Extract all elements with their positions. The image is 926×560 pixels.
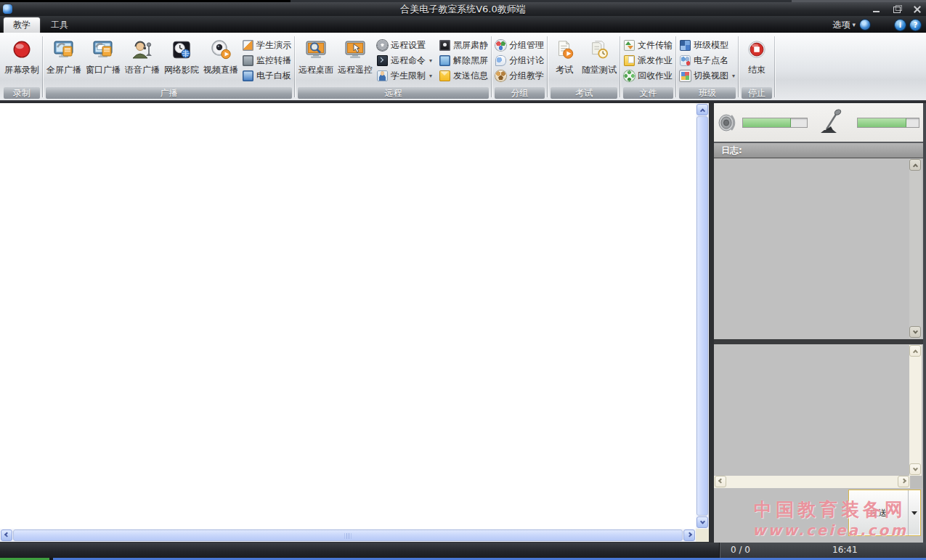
close-button[interactable] (913, 5, 922, 13)
file-transfer-button[interactable]: 文件传输 (622, 38, 675, 53)
send-message-icon (439, 70, 450, 81)
scroll-left-button[interactable] (715, 476, 726, 487)
group-teach-icon (495, 70, 506, 81)
scroll-down-button[interactable] (696, 516, 708, 528)
scroll-down-button[interactable] (909, 463, 921, 475)
collect-homework-icon (624, 70, 635, 81)
remote-desktop-button[interactable]: 远程桌面 (296, 34, 336, 76)
video-live-button[interactable]: 视频直播 (201, 34, 240, 76)
log-list[interactable] (714, 158, 923, 339)
speaker-volume-bar[interactable] (742, 118, 808, 128)
group-manage-button[interactable]: 分组管理 (493, 38, 546, 53)
send-message-button[interactable]: 发送信息 (437, 68, 490, 84)
application-window: 合美电子教室系统V6.0教师端 教学 工具 选项 ▾ i ? (0, 0, 926, 560)
scrollbar-thumb[interactable] (696, 116, 708, 516)
button-label: 电子白板 (256, 70, 291, 82)
scrollbar-thumb[interactable] (13, 529, 683, 541)
ribbon-group-label: 考试 (551, 87, 617, 99)
options-button[interactable]: 选项 ▾ (832, 19, 856, 31)
unblackscreen-button[interactable]: 解除黑屏 (437, 53, 490, 68)
screen-record-button[interactable]: 屏幕录制 (2, 34, 41, 76)
button-label: 解除黑屏 (453, 54, 488, 67)
microphone-icon (819, 107, 844, 137)
scroll-right-button[interactable] (683, 529, 695, 541)
log-header: 日志: (714, 143, 923, 158)
send-dropdown-button[interactable] (908, 490, 920, 535)
fullscreen-broadcast-icon (52, 36, 76, 64)
minimize-button[interactable] (872, 5, 881, 13)
end-button[interactable]: 结束 (740, 34, 773, 76)
student-limit-button[interactable]: 学生限制 ▾ (375, 68, 434, 84)
scrollbar-corner (696, 529, 709, 542)
main-horizontal-scrollbar[interactable] (0, 529, 696, 542)
main-vertical-scrollbar[interactable] (696, 103, 709, 529)
main-region: 日志: 发送 (0, 103, 926, 543)
assign-homework-icon (624, 55, 635, 66)
skin-gear-icon[interactable] (860, 20, 870, 30)
mic-volume-bar[interactable] (857, 118, 919, 128)
monitor-relay-button[interactable]: 监控转播 (240, 53, 293, 68)
tab-teaching[interactable]: 教学 (4, 17, 40, 33)
button-label: 网络影院 (164, 64, 199, 76)
remote-command-button[interactable]: 远程命令 ▾ (375, 53, 434, 68)
button-label: 视频直播 (203, 64, 238, 76)
tab-tools[interactable]: 工具 (41, 17, 78, 33)
exam-button[interactable]: 考试 (549, 34, 580, 76)
ribbon-group-broadcast: 全屏广播 窗口广播 语音广播 (43, 33, 295, 100)
group-manage-icon (495, 40, 506, 51)
group-teach-button[interactable]: 分组教学 (493, 68, 546, 84)
ribbon: 屏幕录制 录制 全屏广播 窗口广播 (0, 33, 926, 102)
student-counter: 0 / 0 (731, 545, 750, 555)
message-input-area[interactable]: 发送 (714, 488, 923, 543)
exam-icon (553, 36, 575, 64)
scroll-right-button[interactable] (898, 476, 909, 487)
button-label: 电子点名 (694, 54, 728, 67)
options-label: 选项 (832, 19, 850, 31)
voice-broadcast-button[interactable]: 语音广播 (123, 34, 162, 76)
window-right-border (923, 103, 926, 543)
scroll-up-button[interactable] (696, 104, 708, 115)
message-list[interactable] (714, 344, 923, 476)
blackscreen-icon (439, 40, 450, 51)
button-label: 学生限制 (391, 70, 426, 82)
button-label: 分组讨论 (509, 54, 544, 67)
group-discuss-button[interactable]: 分组讨论 (493, 53, 546, 68)
quiz-button[interactable]: 随堂测试 (580, 34, 619, 76)
class-model-button[interactable]: 班级模型 (678, 38, 737, 53)
log-vertical-scrollbar[interactable] (909, 159, 922, 338)
student-demo-button[interactable]: 学生演示 (240, 38, 293, 53)
net-cinema-button[interactable]: 网络影院 (162, 34, 201, 76)
remote-control-button[interactable]: 远程遥控 (336, 34, 375, 76)
remote-settings-button[interactable]: 远程设置 (375, 38, 434, 53)
scroll-left-button[interactable] (1, 529, 12, 541)
button-label: 远程遥控 (338, 64, 373, 76)
collect-homework-button[interactable]: 回收作业 (622, 68, 675, 84)
status-right-section: 0 / 0 16:41 (719, 543, 926, 558)
panel-divider (714, 339, 923, 344)
ribbon-group-exam: 考试 随堂测试 考试 (548, 33, 620, 100)
button-label: 窗口广播 (86, 64, 121, 76)
blackscreen-button[interactable]: 黑屏肃静 (437, 38, 490, 53)
help-icon[interactable]: ? (910, 20, 921, 31)
scroll-up-button[interactable] (909, 345, 921, 357)
chevron-down-icon: ▾ (429, 73, 432, 79)
message-horizontal-scrollbar[interactable] (714, 476, 910, 488)
ribbon-group-class: 班级模型 电子点名 切换视图 ▾ 班级 (676, 33, 739, 100)
roll-call-button[interactable]: 电子点名 (678, 53, 737, 68)
send-split-button: 发送 (848, 490, 921, 536)
switch-view-button[interactable]: 切换视图 ▾ (678, 68, 737, 84)
window-broadcast-button[interactable]: 窗口广播 (84, 34, 123, 76)
ribbon-group-label: 文件 (623, 87, 673, 99)
button-label: 结束 (748, 64, 765, 76)
scroll-down-button[interactable] (909, 326, 921, 338)
send-button[interactable]: 发送 (849, 490, 908, 535)
message-vertical-scrollbar[interactable] (909, 345, 922, 476)
scroll-up-button[interactable] (909, 159, 921, 171)
assign-homework-button[interactable]: 派发作业 (622, 53, 675, 68)
whiteboard-button[interactable]: 电子白板 (240, 68, 293, 84)
info-icon[interactable]: i (895, 20, 906, 31)
restore-button[interactable] (893, 5, 901, 13)
student-list-canvas[interactable] (0, 103, 696, 529)
fullscreen-broadcast-button[interactable]: 全屏广播 (44, 34, 84, 76)
group-discuss-icon (495, 55, 506, 66)
